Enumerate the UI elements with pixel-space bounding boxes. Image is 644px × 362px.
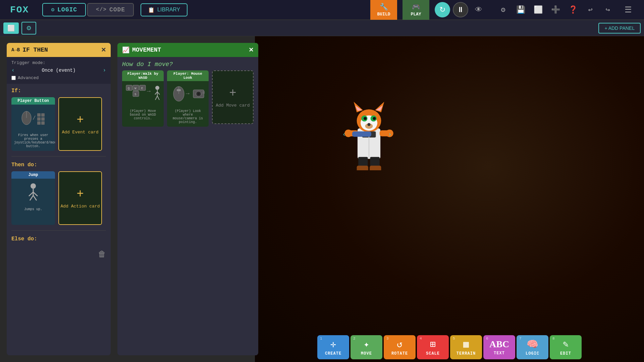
if-then-header: A→B IF THEN ✕ — [7, 43, 111, 57]
trigger-selector: ‹ Once (event) › — [11, 67, 106, 73]
tool-edit-label: EDIT — [560, 351, 571, 356]
jump-card-desc: Jumps up. — [11, 205, 55, 214]
advanced-checkbox[interactable] — [11, 76, 16, 80]
tool-text-icon: ABC — [489, 339, 509, 350]
trigger-value: Once (event) — [42, 68, 76, 73]
tab-logic[interactable]: ⚙ LOGIC — [42, 3, 86, 16]
tool-create[interactable]: 1 ✛ CREATE — [317, 335, 349, 359]
pause-button[interactable]: ⏸ — [453, 2, 468, 17]
hamburger-menu[interactable]: ☰ — [619, 5, 637, 15]
build-tab[interactable]: 🔧 BUILD — [370, 0, 397, 20]
svg-point-9 — [31, 183, 36, 189]
wasd-card-desc: (Player) Move based on WASD controls. — [122, 108, 164, 123]
svg-text:S: S — [135, 93, 136, 96]
tool-move[interactable]: 2 ✦ MOVE — [351, 335, 382, 359]
add-move-plus-icon: + — [229, 86, 236, 100]
then-section: Then do: Jump — [7, 158, 111, 229]
toolbar-icons: 🔧 BUILD 🎮 PLAY ↻ ⏸ 👁 ⚙ 💾 ⬜ ➕ ❓ ↩ ↪ ☰ — [370, 0, 637, 20]
app-title: FOX — [0, 5, 39, 15]
wrench-icon: 🔧 — [380, 3, 388, 11]
save-icon[interactable]: 💾 — [515, 4, 527, 16]
svg-line-12 — [33, 192, 38, 196]
tool-create-number: 1 — [320, 337, 322, 341]
mouse-look-card-body: → — [167, 81, 209, 108]
tool-rotate-number: 3 — [386, 337, 389, 341]
tool-edit-number: 8 — [552, 337, 555, 341]
tool-create-label: CREATE — [325, 351, 341, 356]
svg-rect-37 — [203, 91, 205, 94]
mouse-look-card[interactable]: Player: Mouse Look → — [167, 70, 209, 127]
mouse-look-icon: → — [170, 84, 205, 105]
separator-2 — [11, 230, 106, 231]
else-section: Else do: — [7, 232, 111, 246]
refresh-button[interactable]: ↻ — [435, 2, 450, 17]
tool-scale[interactable]: 4 ⊞ SCALE — [417, 335, 449, 359]
code-icon: </> — [96, 7, 107, 13]
jump-card-header: Jump — [11, 171, 55, 179]
svg-text:›: › — [388, 131, 392, 138]
tool-logic[interactable]: 7 🧠 LOGIC — [517, 335, 548, 359]
tool-move-label: MOVE — [361, 351, 372, 356]
tool-edit[interactable]: 8 ✎ EDIT — [550, 335, 582, 359]
if-cards-row: Player Button / — [11, 97, 106, 151]
svg-point-47 — [364, 117, 367, 120]
jump-icon — [21, 182, 45, 202]
game-viewport: ‹ › 1 ✛ CREATE 2 ✦ MOVE 3 ↺ ROTATE 4 — [255, 36, 644, 362]
tool-rotate-label: ROTATE — [391, 351, 408, 356]
add-event-card-button[interactable]: + Add Event card — [58, 97, 102, 151]
eye-button[interactable]: 👁 — [471, 2, 486, 17]
tool-rotate[interactable]: 3 ↺ ROTATE — [384, 335, 416, 359]
wasd-card[interactable]: Player:Walk by WASD Q W E S — [122, 70, 164, 127]
movement-close-button[interactable]: ✕ — [249, 46, 254, 54]
window-icon[interactable]: ⬜ — [532, 4, 544, 16]
right-controls: ↻ ⏸ 👁 — [435, 2, 486, 17]
play-tab[interactable]: 🎮 PLAY — [402, 0, 429, 20]
library-button[interactable]: 📋 LIBRARY — [141, 3, 187, 16]
tool-move-number: 2 — [353, 337, 356, 341]
tool-create-icon: ✛ — [330, 339, 336, 350]
if-then-panel: A→B IF THEN ✕ Trigger mode: ‹ Once (even… — [7, 43, 111, 355]
logic-icon: ⚙ — [51, 6, 55, 13]
trigger-mode-section: Trigger mode: ‹ Once (event) › Advanced — [7, 57, 111, 84]
add-icon[interactable]: ➕ — [549, 4, 561, 16]
library-icon: 📋 — [148, 7, 155, 13]
redo-icon[interactable]: ↪ — [602, 4, 614, 16]
left-panels: A→B IF THEN ✕ Trigger mode: ‹ Once (even… — [0, 36, 255, 362]
tool-terrain-icon: ▦ — [463, 339, 469, 350]
player-button-card[interactable]: Player Button / — [11, 97, 55, 151]
trigger-prev-arrow[interactable]: ‹ — [11, 67, 15, 73]
player-button-card-header: Player Button — [11, 97, 55, 105]
tab-code[interactable]: </> CODE — [87, 3, 134, 16]
ab-icon: A→B — [11, 47, 20, 53]
help-icon[interactable]: ❓ — [567, 4, 579, 16]
settings-icon[interactable]: ⚙ — [497, 4, 509, 16]
panel-square-btn[interactable]: ⬜ — [3, 22, 19, 34]
advanced-label: Advanced — [18, 75, 39, 80]
player-button-card-desc: Fires when user presses a joystick/keybo… — [11, 131, 55, 151]
trigger-next-arrow[interactable]: › — [103, 67, 106, 73]
svg-rect-3 — [37, 113, 41, 117]
tool-logic-number: 7 — [519, 337, 522, 341]
add-action-card-button[interactable]: + Add Action card — [58, 171, 102, 225]
panel-settings-btn[interactable]: ⚙ — [21, 22, 36, 35]
jump-card[interactable]: Jump Jumps up — [11, 171, 55, 225]
tool-edit-icon: ✎ — [563, 339, 569, 350]
tool-terrain[interactable]: 5 ▦ TERRAIN — [450, 335, 482, 359]
mouse-look-card-header: Player: Mouse Look — [167, 70, 209, 81]
trash-icon[interactable]: 🗑 — [98, 249, 106, 259]
then-label: Then do: — [11, 162, 106, 168]
tool-logic-icon: 🧠 — [527, 339, 538, 350]
add-move-card-button[interactable]: + Add Move card — [212, 70, 254, 124]
game-background: ‹ › — [255, 36, 644, 362]
gamepad-icon: 🎮 — [412, 3, 420, 11]
tool-terrain-number: 5 — [453, 337, 455, 341]
svg-point-36 — [197, 93, 200, 95]
svg-rect-61 — [370, 166, 381, 170]
add-action-label: Add Action card — [60, 204, 100, 209]
svg-rect-4 — [41, 113, 45, 117]
if-then-close-button[interactable]: ✕ — [101, 46, 106, 54]
tool-move-icon: ✦ — [364, 339, 369, 350]
add-panel-button[interactable]: + ADD PANEL — [598, 23, 641, 34]
undo-icon[interactable]: ↩ — [584, 4, 596, 16]
tool-text[interactable]: 6 ABC TEXT — [483, 335, 515, 359]
